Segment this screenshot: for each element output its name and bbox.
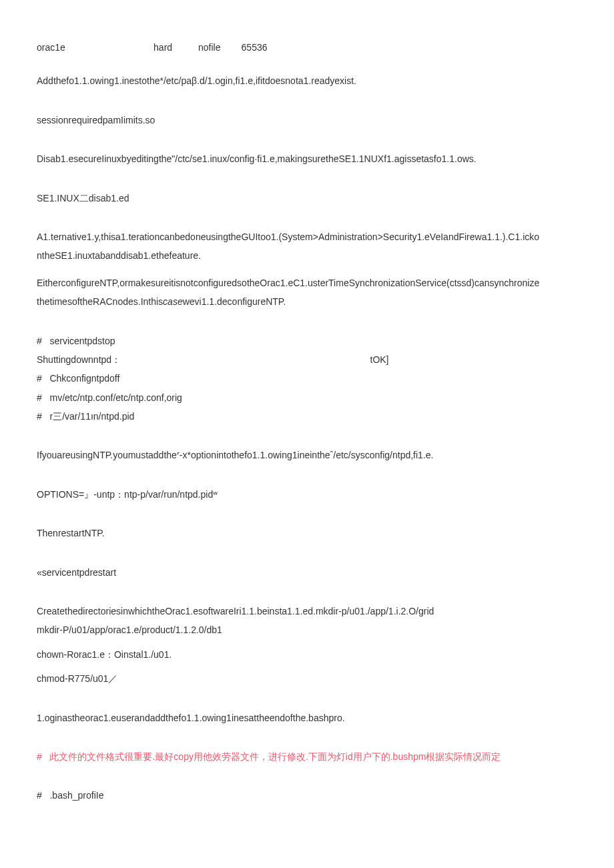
selinux-gui-line1: A1.ternative1.y,thisa1.terationcanbedone… xyxy=(37,230,577,244)
mkdir-line1: CreatethedirectoriesinwhichtheOrac1.esof… xyxy=(37,604,577,618)
login-bashpro-instruction: 1.oginastheorac1.euserandaddthefo1.1.owi… xyxy=(37,711,577,725)
cmd-rm-ntpd-pid: r三/var/11ın/ntpd.pid xyxy=(37,409,577,424)
cmd-chkconfig-ntpd-off: Chkconfigntpdoff xyxy=(37,371,577,386)
chown-line: chown-Rorac1.e：Oinstal1./u01. xyxy=(37,647,577,662)
ntp-line2-italic: case xyxy=(163,296,183,307)
cmd-text: Chkconfigntpdoff xyxy=(49,373,119,384)
mkdir-paragraph: CreatethedirectoriesinwhichtheOrac1.esof… xyxy=(37,604,577,638)
selinux-gui-line2: ntheSE1.inuxtabanddisab1.ethefeature. xyxy=(37,248,577,263)
ntp-line2: thetimesoftheRACnodes.Inthiscasewevi1.1.… xyxy=(37,294,577,309)
selinux-disable-instruction: Disab1.esecureIinuxbyeditingthe"/ctc/se1… xyxy=(37,151,577,166)
ntp-line2-prefix: thetimesoftheRACnodes.Inthis xyxy=(37,296,163,307)
ntp-paragraph: EitherconfigureNTP,ormakesureitisnotconf… xyxy=(37,276,577,310)
selinux-config-line: SE1.INUX二disab1.ed xyxy=(37,191,577,205)
pam-login-instruction: Addthefo1.1.owing1.inestothe*/etc/paβ.d/… xyxy=(37,73,577,88)
mkdir-line2: mkdir-P/u01/app/orac1.e/product/1.1.2.0/… xyxy=(37,622,577,637)
highlight-text: 此文件的文件格式很重要.最好copy用他效劳器文件，进行修改.下面为灯id用户下… xyxy=(49,751,501,762)
ntpd-shutdown-output: Shuttingdownntpd： tOK] xyxy=(37,352,577,367)
session-required-line: sessionrequiredpamIimits.so xyxy=(37,113,577,127)
cmd-mv-ntp-conf: mv/etc/ntp.conf/etc/ntp.conf,orig xyxy=(37,390,577,405)
cmd-text: servicentpdstop xyxy=(49,336,115,346)
cmd-service-ntpd-stop: servicentpdstop xyxy=(37,334,577,348)
restart-ntp-instruction: ThenrestartNTP. xyxy=(37,526,577,540)
chmod-line: chmod-R775/u01／ xyxy=(37,671,577,686)
ntp-line1: EitherconfigureNTP,ormakesureitisnotconf… xyxy=(37,276,577,290)
cmd-text: mv/etc/ntp.conf/etc/ntp.conf,orig xyxy=(49,392,182,403)
cmd-text: r三/var/11ın/ntpd.pid xyxy=(49,411,134,422)
cmd-service-ntpd-restart: «servicentpdrestart xyxy=(37,565,577,580)
selinux-gui-paragraph: A1.ternative1.y,thisa1.terationcanbedone… xyxy=(37,230,577,264)
chinese-note-highlighted: 此文件的文件格式很重要.最好copy用他效劳器文件，进行修改.下面为灯id用户下… xyxy=(37,749,577,764)
limits-line: orac1e hard nofile 65536 xyxy=(37,40,577,55)
ntp-options-line: OPTIONS=』-untp：ntp-p/var/run/ntpd.pidʷ xyxy=(37,487,577,502)
ntp-x-option-instruction: IfyouareusingNTP.youmustaddtheʳ-x*option… xyxy=(37,448,577,462)
bash-profile-header: .bash_profiIe xyxy=(37,788,577,803)
cmd-text: .bash_profiIe xyxy=(49,790,103,801)
ntp-line2-suffix: wevi1.1.deconfigureNTP. xyxy=(183,296,286,307)
